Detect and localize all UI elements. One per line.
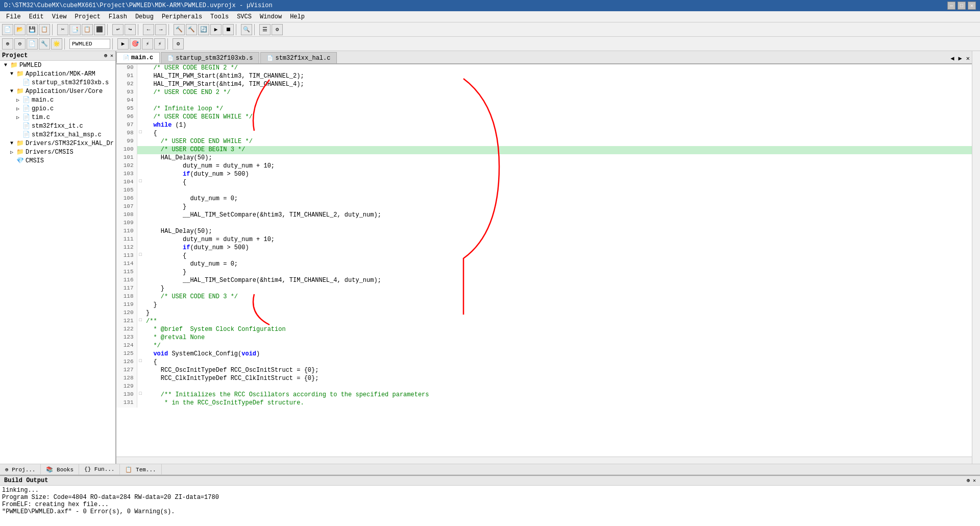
- tab-close[interactable]: ✕: [964, 54, 972, 63]
- redo-btn[interactable]: ↪: [125, 24, 136, 35]
- code-line[interactable]: /* USER CODE END 3 */: [144, 293, 972, 301]
- code-line[interactable]: [144, 187, 972, 195]
- right-scrollbar[interactable]: [972, 51, 980, 464]
- fold-icon[interactable]: □: [137, 391, 144, 399]
- code-line[interactable]: [144, 220, 972, 228]
- tb2-btn1[interactable]: ⊕: [2, 38, 13, 50]
- tree-item[interactable]: 📄stm32f1xx_hal_msp.c: [0, 130, 115, 139]
- code-line[interactable]: /* USER CODE BEGIN WHILE */: [144, 113, 972, 122]
- fold-icon[interactable]: □: [137, 318, 144, 326]
- debug-btn[interactable]: ▶: [210, 24, 222, 35]
- cut-btn[interactable]: ✂: [57, 24, 68, 35]
- menu-item-flash[interactable]: Flash: [105, 12, 131, 21]
- save-btn[interactable]: 💾: [27, 24, 38, 35]
- code-line[interactable]: {: [144, 179, 972, 187]
- code-editor[interactable]: 90 /* USER CODE BEGIN 2 */91 HAL_TIM_PWM…: [116, 64, 972, 457]
- tab-scroll-left[interactable]: ◀: [948, 54, 956, 63]
- menu-item-help[interactable]: Help: [286, 12, 309, 21]
- menu-item-view[interactable]: View: [48, 12, 71, 21]
- code-line[interactable]: HAL_Delay(50);: [144, 154, 972, 162]
- menu-item-svcs[interactable]: SVCS: [233, 12, 256, 21]
- bottom-tab-3[interactable]: 📋 Tem...: [120, 464, 161, 474]
- view-btn[interactable]: ☰: [259, 24, 271, 35]
- code-line[interactable]: /**: [144, 318, 972, 326]
- code-line[interactable]: duty_num = duty_num + 10;: [144, 236, 972, 244]
- build-output-content[interactable]: linking...Program Size: Code=4804 RO-dat…: [0, 486, 980, 526]
- maximize-button[interactable]: □: [958, 2, 966, 10]
- code-line[interactable]: /** Initializes the RCC Oscillators acco…: [144, 391, 972, 399]
- code-line[interactable]: HAL_Delay(50);: [144, 228, 972, 236]
- tree-item[interactable]: ▼📁PWMLED: [0, 61, 115, 69]
- target-btn[interactable]: 🎯: [130, 38, 141, 50]
- menu-item-edit[interactable]: Edit: [25, 12, 48, 21]
- code-line[interactable]: /* USER CODE END WHILE */: [144, 138, 972, 146]
- tree-item[interactable]: ▷📁Drivers/CMSIS: [0, 148, 115, 156]
- code-line[interactable]: __HAL_TIM_SetCompare(&htim3, TIM_CHANNEL…: [144, 211, 972, 220]
- undo-btn[interactable]: ↩: [112, 24, 124, 35]
- code-line[interactable]: }: [144, 285, 972, 293]
- code-line[interactable]: }: [144, 309, 972, 318]
- code-line[interactable]: duty_num = 0;: [144, 195, 972, 203]
- code-line[interactable]: /* USER CODE END 2 */: [144, 89, 972, 97]
- tree-item[interactable]: ▷📄gpio.c: [0, 104, 115, 113]
- tree-item[interactable]: ▷📄tim.c: [0, 113, 115, 122]
- nav-fwd-btn[interactable]: →: [155, 24, 166, 35]
- code-line[interactable]: /* Infinite loop */: [144, 105, 972, 113]
- code-line[interactable]: RCC_OscInitTypeDef RCC_OscInitStruct = {…: [144, 367, 972, 375]
- fold-icon[interactable]: □: [137, 252, 144, 260]
- build-btn[interactable]: 🔨: [174, 24, 185, 35]
- nav-back-btn[interactable]: ←: [143, 24, 154, 35]
- code-line[interactable]: while (1): [144, 122, 972, 130]
- fold-icon[interactable]: □: [137, 358, 144, 367]
- extra-btn[interactable]: ⚙: [173, 38, 184, 50]
- tab-scroll-right[interactable]: ▶: [957, 54, 964, 63]
- code-line[interactable]: if(duty_num > 500): [144, 244, 972, 252]
- code-line[interactable]: void SystemClock_Config(void): [144, 350, 972, 358]
- build2-btn[interactable]: 🔨: [186, 24, 197, 35]
- tab-startup-stm32f103xb-s[interactable]: 📄startup_stm32f103xb.s: [161, 52, 259, 63]
- tb2-btn3[interactable]: 📄: [27, 38, 38, 50]
- code-line[interactable]: [144, 97, 972, 105]
- tb2-btn4[interactable]: 🔧: [39, 38, 50, 50]
- bottom-tab-2[interactable]: {} Fun...: [79, 464, 120, 474]
- open-btn[interactable]: 📂: [14, 24, 26, 35]
- code-line[interactable]: {: [144, 252, 972, 260]
- code-line[interactable]: * @brief System Clock Configuration: [144, 326, 972, 334]
- bottom-tab-1[interactable]: 📚 Books: [41, 464, 79, 474]
- close-button[interactable]: ✕: [968, 2, 976, 10]
- menu-item-file[interactable]: File: [2, 12, 25, 21]
- fold-icon[interactable]: □: [137, 179, 144, 187]
- tree-item[interactable]: ▼📁Application/User/Core: [0, 87, 115, 95]
- bottom-tab-0[interactable]: ⊕ Proj...: [0, 464, 41, 474]
- code-line[interactable]: duty_num = duty_num + 10;: [144, 162, 972, 171]
- flash-dl-btn[interactable]: ⚡: [142, 38, 153, 50]
- tab-main-c[interactable]: 📄main.c: [116, 52, 160, 63]
- settings-btn[interactable]: ⚙: [272, 24, 283, 35]
- project-dropdown[interactable]: PWMLED: [69, 39, 110, 49]
- code-line[interactable]: /* USER CODE BEGIN 3 */: [144, 146, 972, 154]
- code-line[interactable]: __HAL_TIM_SetCompare(&htim4, TIM_CHANNEL…: [144, 277, 972, 285]
- code-line[interactable]: HAL_TIM_PWM_Start(&htim3, TIM_CHANNEL_2)…: [144, 73, 972, 81]
- indent-btn[interactable]: ⬛: [94, 24, 105, 35]
- menu-item-debug[interactable]: Debug: [131, 12, 158, 21]
- paste-btn[interactable]: 📋: [82, 24, 93, 35]
- code-line[interactable]: {: [144, 130, 972, 138]
- tree-item[interactable]: 📄stm32f1xx_it.c: [0, 122, 115, 130]
- code-line[interactable]: if(duty_num > 500): [144, 171, 972, 179]
- minimize-button[interactable]: —: [947, 2, 955, 10]
- code-line[interactable]: [144, 383, 972, 391]
- tab-stm32f1xx-hal-c[interactable]: 📄stm32f1xx_hal.c: [260, 52, 337, 63]
- rebuild-btn[interactable]: 🔄: [198, 24, 209, 35]
- menu-item-project[interactable]: Project: [70, 12, 104, 21]
- menu-item-window[interactable]: Window: [256, 12, 286, 21]
- tree-item[interactable]: ▷📄main.c: [0, 95, 115, 104]
- tree-item[interactable]: 📄startup_stm32f103xb.s: [0, 78, 115, 87]
- code-line[interactable]: {: [144, 358, 972, 367]
- code-line[interactable]: duty_num = 0;: [144, 260, 972, 269]
- code-line[interactable]: }: [144, 301, 972, 309]
- fold-icon[interactable]: □: [137, 130, 144, 138]
- tree-item[interactable]: ▼📁Application/MDK-ARM: [0, 69, 115, 78]
- stop-btn[interactable]: ⏹: [223, 24, 234, 35]
- copy-btn[interactable]: 📑: [69, 24, 81, 35]
- code-line[interactable]: }: [144, 203, 972, 211]
